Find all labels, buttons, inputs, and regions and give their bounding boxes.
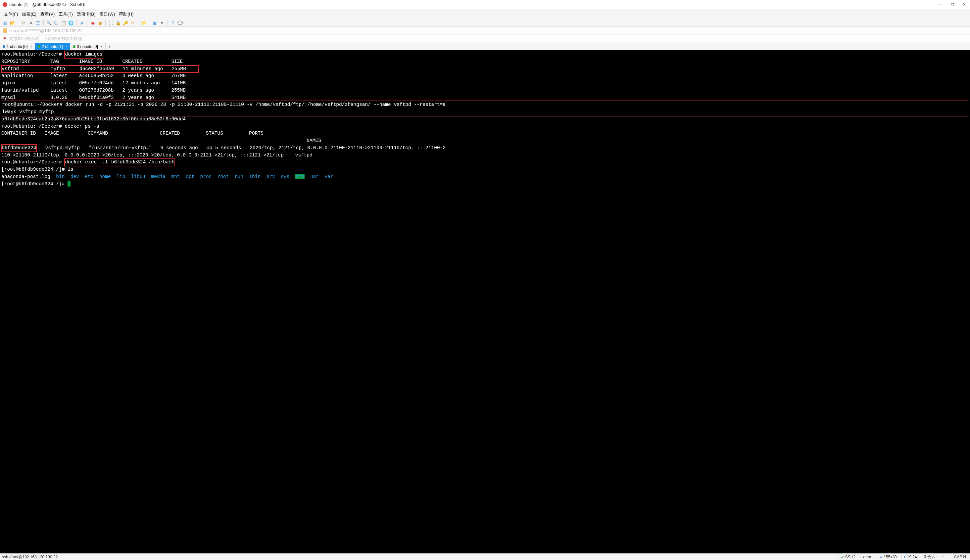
tab-ubuntu-1[interactable]: 2 ubuntu [1] × bbox=[35, 43, 70, 50]
tab-close-icon[interactable]: × bbox=[65, 45, 67, 48]
prompt-exec: root@ubuntu:~/Docker# bbox=[1, 160, 65, 165]
disconnect-icon[interactable]: ⨯ bbox=[28, 20, 33, 25]
status-term: xterm bbox=[860, 554, 874, 560]
dir-home: home bbox=[99, 174, 111, 179]
ps-names: NAMES bbox=[1, 138, 321, 143]
dir-etc: etc bbox=[85, 174, 94, 179]
cmd-docker-images: docker images bbox=[65, 51, 103, 58]
fullscreen-icon[interactable]: ⛶ bbox=[108, 20, 114, 25]
copy-icon[interactable]: ⿻ bbox=[54, 20, 59, 25]
menu-view[interactable]: 查看(V) bbox=[39, 11, 56, 18]
dir-proc: proc bbox=[200, 174, 212, 179]
status-address: ssh://root@192.168.120.130:22 bbox=[2, 555, 58, 559]
window-title: ubuntu [1] - @b6fdb9cde324:/ - Xshell 6 bbox=[9, 2, 937, 7]
ls-output: anaconda-post.log bin dev etc home lib l… bbox=[1, 174, 339, 179]
highlight-icon[interactable]: ✎ bbox=[130, 20, 135, 25]
tab-bar: 1 ubuntu [0] × 2 ubuntu [1] × 3 ubuntu [… bbox=[0, 43, 970, 50]
layout-icon[interactable]: ▦ bbox=[152, 20, 157, 25]
dir-sys: sys bbox=[281, 174, 289, 179]
menu-tools[interactable]: 工具(T) bbox=[57, 11, 74, 18]
docker-run-block: root@ubuntu:~/Docker# docker run -d -p 2… bbox=[1, 101, 969, 116]
stop-icon[interactable]: ◼ bbox=[97, 20, 103, 25]
dir-tmp: tmp bbox=[295, 174, 304, 179]
help-icon[interactable]: ? bbox=[170, 20, 176, 25]
status-dot-icon bbox=[3, 45, 5, 48]
tab-ubuntu-2[interactable]: 3 ubuntu [0] × bbox=[70, 43, 105, 50]
separator bbox=[138, 20, 139, 25]
menu-tabs[interactable]: 选项卡(B) bbox=[75, 11, 97, 18]
menu-file[interactable]: 文件(F) bbox=[3, 11, 20, 18]
status-cap: CAP N bbox=[952, 554, 968, 560]
dir-run: run bbox=[235, 174, 243, 179]
minimize-button[interactable]: — bbox=[937, 2, 944, 7]
status-size: ⇔ 155x30 bbox=[877, 554, 898, 560]
tab-close-icon[interactable]: × bbox=[100, 45, 103, 48]
menubar: 文件(F) 编辑(E) 查看(V) 工具(T) 选项卡(B) 窗口(W) 帮助(… bbox=[0, 9, 970, 19]
titlebar: ubuntu [1] - @b6fdb9cde324:/ - Xshell 6 … bbox=[0, 0, 970, 9]
separator bbox=[76, 20, 77, 25]
properties-icon[interactable]: ☰ bbox=[35, 20, 41, 25]
dir-mnt: mnt bbox=[171, 174, 180, 179]
globe-icon[interactable]: 🌐 bbox=[68, 20, 74, 25]
dir-opt: opt bbox=[186, 174, 194, 179]
separator bbox=[167, 20, 167, 25]
folder-icon[interactable]: 📁 bbox=[141, 20, 146, 25]
status-dot-icon bbox=[38, 45, 40, 48]
ps-row: vsftpd:myftp "/usr/sbin/run-vsftp…" 6 se… bbox=[37, 145, 446, 150]
window-controls: — □ ✕ bbox=[937, 2, 967, 7]
address-text[interactable]: ssh://root:*******@192.168.120.130:22 bbox=[9, 28, 82, 33]
status-sessions: 3 会话 bbox=[922, 554, 937, 560]
lock-icon[interactable]: 🔒 bbox=[115, 20, 121, 25]
key-icon[interactable]: 🔑 bbox=[123, 20, 128, 25]
dir-var: var bbox=[325, 174, 333, 179]
arrow-down-icon: ↓ bbox=[945, 555, 947, 559]
prompt-cursor: [root@b6fdb9cde324 /]# bbox=[1, 181, 67, 187]
cursor-pos-icon: ⌖ bbox=[903, 555, 906, 559]
dir-media: media bbox=[151, 174, 166, 179]
paste-icon[interactable]: 📋 bbox=[61, 20, 66, 25]
maximize-button[interactable]: □ bbox=[950, 2, 955, 7]
image-row-vsftpd: vsftpd myftp d6ce82f350a9 11 minutes ago… bbox=[1, 65, 198, 73]
status-dot-icon bbox=[73, 45, 75, 48]
status-ssh2: ✔SSH2 bbox=[839, 554, 858, 560]
dir-usr: usr bbox=[310, 174, 319, 179]
lock-shield-icon bbox=[3, 28, 7, 33]
resize-icon: ⇔ bbox=[879, 555, 883, 559]
container-hash: b6fdb9cde324eab2a2a876daca6b25bbe0fb6163… bbox=[1, 117, 186, 122]
prompt-ps: root@ubuntu:~/Docker# docker ps -a bbox=[1, 124, 99, 129]
separator bbox=[43, 20, 44, 25]
ps-row2: 110->21100-21110/tcp, 0.0.0.0:2020->20/t… bbox=[1, 152, 313, 158]
flag-icon[interactable]: ⚑ bbox=[3, 36, 7, 42]
separator bbox=[149, 20, 149, 25]
terminal[interactable]: root@ubuntu:~/Docker# docker images REPO… bbox=[0, 50, 970, 553]
toolbar: ▥ 📂 ⟳ ⨯ ☰ 🔍 ⿻ 📋 🌐 A ◉ ◼ ⛶ 🔒 🔑 ✎ 📁 ▦ ▾ ? … bbox=[0, 19, 970, 27]
checkmark-icon: ✔ bbox=[841, 555, 844, 559]
app-icon bbox=[3, 2, 7, 7]
menu-help[interactable]: 帮助(H) bbox=[117, 11, 135, 18]
close-button[interactable]: ✕ bbox=[961, 2, 967, 7]
ps-header: CONTAINER ID IMAGE COMMAND CREATED STATU… bbox=[1, 131, 264, 136]
hint-text: 要添加当前会话，点击左侧的箭头按钮。 bbox=[9, 36, 86, 42]
new-session-icon[interactable]: ▥ bbox=[3, 20, 8, 25]
search-icon[interactable]: 🔍 bbox=[46, 20, 52, 25]
dir-dev: dev bbox=[70, 174, 79, 179]
cmd-docker-exec: docker exec -it b6fdb9cde324 /bin/bash bbox=[65, 159, 175, 166]
chat-icon[interactable]: 💬 bbox=[177, 20, 183, 25]
image-rows: application latest a4465850b252 4 weeks … bbox=[1, 73, 186, 100]
dir-root: root bbox=[217, 174, 229, 179]
tab-add-button[interactable]: + bbox=[105, 44, 114, 49]
status-bar: ssh://root@192.168.120.130:22 ✔SSH2 xter… bbox=[0, 553, 970, 560]
record-icon[interactable]: ◉ bbox=[90, 20, 95, 25]
cascade-icon[interactable]: ▾ bbox=[159, 20, 164, 25]
tab-close-icon[interactable]: × bbox=[30, 45, 32, 48]
reconnect-icon[interactable]: ⟳ bbox=[21, 20, 26, 25]
tab-label: 1 ubuntu [0] bbox=[7, 44, 27, 49]
dir-bin: bin bbox=[56, 174, 65, 179]
font-icon[interactable]: A bbox=[79, 20, 84, 25]
menu-edit[interactable]: 编辑(E) bbox=[21, 11, 38, 18]
menu-window[interactable]: 窗口(W) bbox=[98, 11, 116, 18]
container-id: b6fdb9cde324 bbox=[1, 145, 37, 152]
address-bar: ssh://root:*******@192.168.120.130:22 bbox=[0, 27, 970, 35]
open-icon[interactable]: 📂 bbox=[10, 20, 15, 25]
tab-ubuntu-0[interactable]: 1 ubuntu [0] × bbox=[0, 43, 35, 50]
